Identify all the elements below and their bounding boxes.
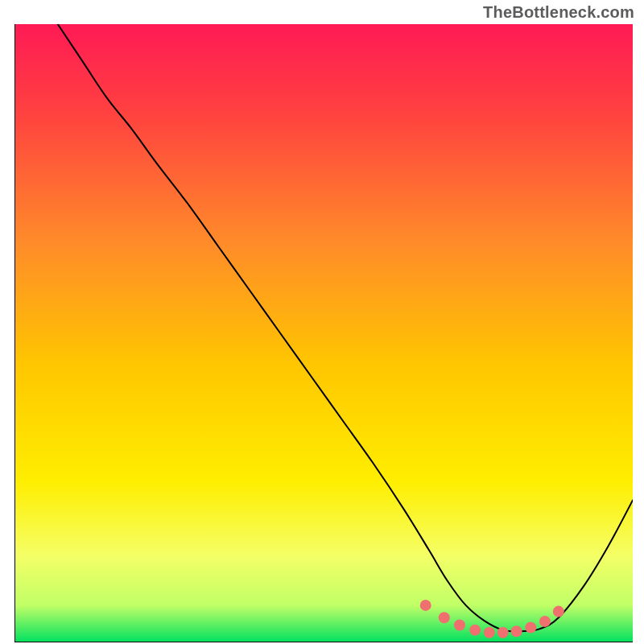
bottom-marker-point	[539, 616, 551, 627]
bottom-marker-point	[454, 619, 465, 630]
bottom-marker-point	[420, 600, 431, 611]
bottom-marker-point	[439, 612, 450, 623]
bottom-marker-point	[469, 625, 481, 636]
bottom-marker-point	[553, 606, 564, 617]
bottom-marker-point	[525, 622, 536, 634]
bottleneck-chart	[14, 24, 633, 642]
bottom-marker-point	[484, 627, 495, 638]
chart-background-gradient	[14, 24, 633, 642]
bottom-marker-point	[511, 625, 522, 637]
attribution-text: TheBottleneck.com	[483, 3, 634, 22]
bottom-marker-point	[497, 627, 509, 638]
